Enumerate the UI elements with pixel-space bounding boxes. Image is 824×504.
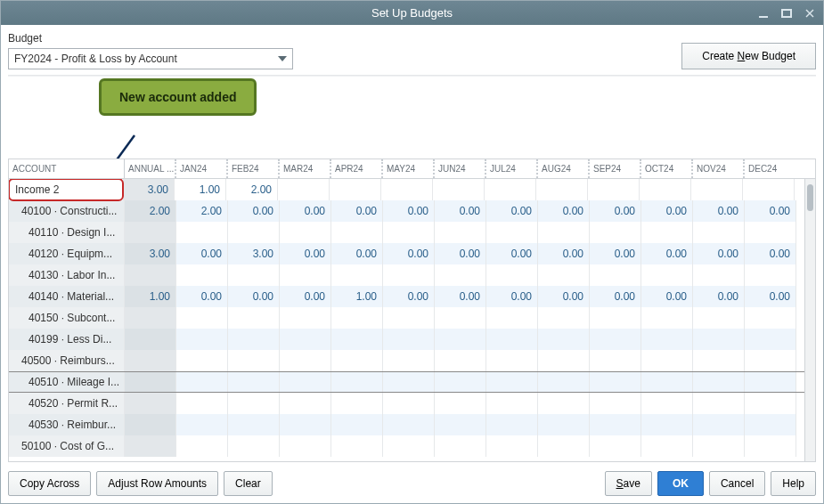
month-cell[interactable] bbox=[331, 264, 383, 286]
col-header-month-2[interactable]: MAR24 bbox=[280, 159, 331, 178]
create-new-budget-button[interactable]: Create New Budget bbox=[681, 43, 816, 69]
month-cell[interactable] bbox=[331, 372, 383, 392]
table-row[interactable]: Income 23.001.002.00 bbox=[9, 179, 815, 200]
month-cell[interactable]: 0.00 bbox=[590, 286, 641, 307]
close-icon[interactable] bbox=[802, 5, 818, 21]
month-cell[interactable] bbox=[280, 350, 331, 371]
month-cell[interactable] bbox=[590, 414, 641, 435]
annual-cell[interactable] bbox=[125, 222, 176, 243]
vertical-scrollbar[interactable] bbox=[804, 179, 815, 461]
table-row[interactable]: 40140 · Material...1.000.000.000.001.000… bbox=[9, 286, 815, 307]
month-cell[interactable] bbox=[280, 414, 331, 435]
month-cell[interactable] bbox=[228, 414, 280, 435]
month-cell[interactable] bbox=[590, 350, 641, 371]
month-cell[interactable] bbox=[331, 414, 383, 435]
save-button[interactable]: Save bbox=[605, 471, 652, 496]
month-cell[interactable] bbox=[640, 179, 691, 200]
month-cell[interactable] bbox=[745, 222, 796, 243]
account-cell[interactable]: 50100 · Cost of G... bbox=[9, 435, 125, 457]
month-cell[interactable]: 0.00 bbox=[383, 243, 435, 264]
table-row[interactable]: 40110 · Design I... bbox=[9, 222, 815, 243]
table-row[interactable]: 50100 · Cost of G... bbox=[9, 435, 815, 457]
month-cell[interactable]: 0.00 bbox=[228, 286, 280, 307]
month-cell[interactable] bbox=[331, 435, 383, 457]
annual-cell[interactable] bbox=[125, 329, 176, 350]
month-cell[interactable] bbox=[745, 393, 796, 414]
month-cell[interactable] bbox=[641, 329, 693, 350]
month-cell[interactable]: 0.00 bbox=[745, 286, 796, 307]
month-cell[interactable] bbox=[693, 307, 745, 329]
month-cell[interactable] bbox=[331, 350, 383, 371]
month-cell[interactable] bbox=[693, 329, 745, 350]
month-cell[interactable] bbox=[280, 393, 331, 414]
month-cell[interactable]: 2.00 bbox=[176, 200, 228, 222]
account-cell[interactable]: 40130 · Labor In... bbox=[9, 264, 125, 286]
month-cell[interactable]: 2.00 bbox=[226, 179, 278, 200]
month-cell[interactable]: 0.00 bbox=[280, 243, 331, 264]
month-cell[interactable] bbox=[486, 372, 538, 392]
month-cell[interactable] bbox=[538, 329, 590, 350]
scroll-thumb[interactable] bbox=[807, 184, 813, 211]
month-cell[interactable] bbox=[590, 222, 641, 243]
month-cell[interactable] bbox=[176, 372, 228, 392]
month-cell[interactable] bbox=[590, 264, 641, 286]
month-cell[interactable] bbox=[280, 222, 331, 243]
annual-cell[interactable] bbox=[125, 435, 176, 457]
month-cell[interactable] bbox=[538, 393, 590, 414]
col-header-month-5[interactable]: JUN24 bbox=[435, 159, 486, 178]
month-cell[interactable] bbox=[693, 393, 745, 414]
month-cell[interactable] bbox=[435, 350, 486, 371]
month-cell[interactable]: 0.00 bbox=[538, 200, 590, 222]
month-cell[interactable]: 0.00 bbox=[435, 200, 486, 222]
month-cell[interactable] bbox=[641, 222, 693, 243]
month-cell[interactable] bbox=[383, 435, 435, 457]
month-cell[interactable]: 0.00 bbox=[641, 243, 693, 264]
month-cell[interactable] bbox=[280, 435, 331, 457]
copy-across-button[interactable]: Copy Across bbox=[8, 471, 91, 496]
month-cell[interactable] bbox=[745, 372, 796, 392]
annual-cell[interactable]: 2.00 bbox=[125, 200, 176, 222]
col-header-month-6[interactable]: JUL24 bbox=[486, 159, 538, 178]
account-cell[interactable]: 40150 · Subcont... bbox=[9, 307, 125, 329]
month-cell[interactable] bbox=[383, 372, 435, 392]
month-cell[interactable] bbox=[228, 393, 280, 414]
month-cell[interactable]: 0.00 bbox=[590, 243, 641, 264]
month-cell[interactable]: 0.00 bbox=[538, 243, 590, 264]
month-cell[interactable] bbox=[641, 264, 693, 286]
annual-cell[interactable] bbox=[125, 414, 176, 435]
annual-cell[interactable]: 1.00 bbox=[125, 286, 176, 307]
month-cell[interactable]: 0.00 bbox=[486, 243, 538, 264]
cancel-button[interactable]: Cancel bbox=[709, 471, 765, 496]
maximize-icon[interactable] bbox=[779, 5, 795, 21]
month-cell[interactable]: 0.00 bbox=[745, 200, 796, 222]
month-cell[interactable] bbox=[228, 264, 280, 286]
month-cell[interactable] bbox=[435, 307, 486, 329]
table-row[interactable]: 40150 · Subcont... bbox=[9, 307, 815, 329]
month-cell[interactable] bbox=[435, 222, 486, 243]
account-cell[interactable]: 40520 · Permit R... bbox=[9, 393, 125, 414]
table-row[interactable]: 40530 · Reimbur... bbox=[9, 414, 815, 435]
month-cell[interactable] bbox=[641, 350, 693, 371]
month-cell[interactable]: 0.00 bbox=[693, 243, 745, 264]
clear-button[interactable]: Clear bbox=[224, 471, 273, 496]
month-cell[interactable] bbox=[486, 264, 538, 286]
account-cell[interactable]: 40530 · Reimbur... bbox=[9, 414, 125, 435]
month-cell[interactable] bbox=[176, 264, 228, 286]
ok-button[interactable]: OK bbox=[657, 471, 704, 496]
month-cell[interactable] bbox=[228, 222, 280, 243]
month-cell[interactable] bbox=[485, 179, 536, 200]
month-cell[interactable] bbox=[693, 350, 745, 371]
month-cell[interactable] bbox=[176, 329, 228, 350]
month-cell[interactable] bbox=[745, 329, 796, 350]
month-cell[interactable]: 0.00 bbox=[228, 200, 280, 222]
month-cell[interactable] bbox=[280, 372, 331, 392]
account-cell[interactable]: 40510 · Mileage I... bbox=[9, 372, 125, 392]
col-header-annual[interactable]: ANNUAL ... bbox=[125, 159, 176, 178]
help-button[interactable]: Help bbox=[771, 471, 816, 496]
month-cell[interactable]: 0.00 bbox=[331, 200, 383, 222]
annual-cell[interactable] bbox=[125, 264, 176, 286]
month-cell[interactable] bbox=[383, 414, 435, 435]
month-cell[interactable] bbox=[641, 372, 693, 392]
account-cell[interactable]: Income 2 bbox=[9, 179, 124, 201]
table-row[interactable]: 40120 · Equipm...3.000.003.000.000.000.0… bbox=[9, 243, 815, 264]
